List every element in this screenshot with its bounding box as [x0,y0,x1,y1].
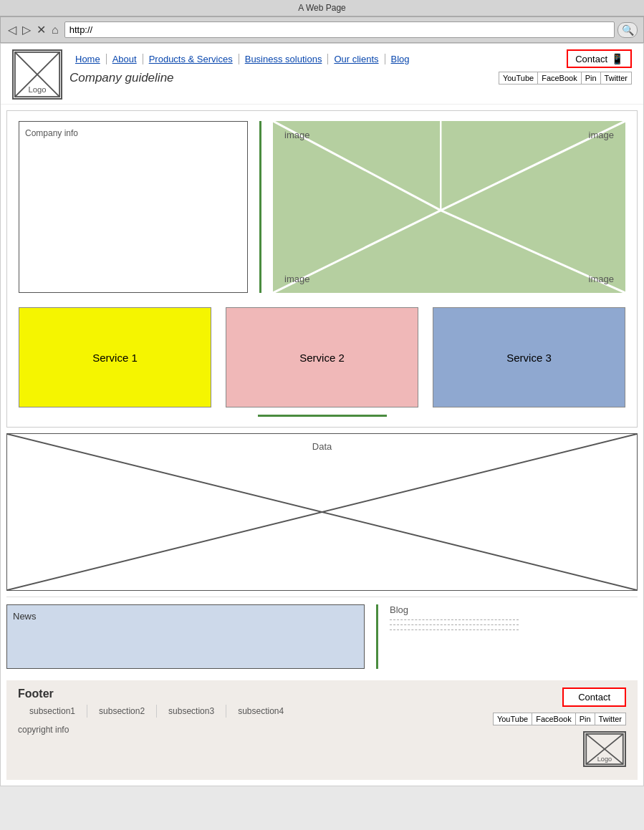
blog-line-2 [390,624,519,625]
svg-text:Logo: Logo [28,85,46,94]
social-youtube[interactable]: YouTube [499,72,538,84]
nav-about[interactable]: About [107,54,143,64]
image-label-tr: image [589,130,614,140]
footer: Footer subsection1 subsection2 subsectio… [6,680,638,780]
nav-contact-row: Home About Products & Services Business … [69,49,632,68]
bottom-top: News Blog [6,604,638,669]
service-underline [258,415,387,417]
main-nav: Home About Products & Services Business … [69,54,415,64]
footer-sub-3[interactable]: subsection3 [157,705,226,718]
webpage: Logo Home About Products & Services Busi… [0,43,644,786]
image-grid: image image image image [273,121,625,293]
services-section: Service 1 Service 2 Service 3 [19,307,625,407]
company-info-box: Company info [19,121,248,293]
footer-sub-1[interactable]: subsection1 [18,705,87,718]
service-3-label: Service 3 [506,352,552,364]
footer-top: Footer subsection1 subsection2 subsectio… [18,687,626,767]
page-header: Logo Home About Products & Services Busi… [1,44,643,105]
social-bar: YouTube FaceBook Pin Twitter [499,72,632,85]
browser-controls: ◁ ▷ ✕ ⌂ 🔍 [0,16,644,43]
service-2-label: Service 2 [299,352,345,364]
browser-titlebar: A Web Page A Web Page [0,0,644,16]
home-button[interactable]: ⌂ [50,24,60,37]
nav-products[interactable]: Products & Services [143,54,239,64]
bottom-section: News Blog [6,597,638,669]
news-label: News [13,611,358,622]
address-bar[interactable] [64,21,615,38]
footer-social-youtube[interactable]: YouTube [494,713,532,725]
browser-title: A Web Page [298,3,346,13]
footer-title: Footer [18,687,295,700]
blog-section: Blog [390,604,638,669]
social-facebook[interactable]: FaceBook [538,72,582,84]
footer-right: Contact YouTube FaceBook Pin Twitter Log… [493,687,626,767]
data-section: Data [6,433,638,591]
image-label-bl: image [284,274,309,284]
footer-social-twitter[interactable]: Twitter [595,713,625,725]
logo: Logo [12,49,62,100]
footer-social-facebook[interactable]: FaceBook [532,713,576,725]
service-1-box[interactable]: Service 1 [19,307,211,407]
footer-social-bar: YouTube FaceBook Pin Twitter [493,713,626,725]
service-2-box[interactable]: Service 2 [226,307,418,407]
company-info-label: Company info [25,128,78,138]
image-label-tl: image [284,130,309,140]
nav-right: Contact 📱 [567,49,632,68]
footer-left: Footer subsection1 subsection2 subsectio… [18,687,295,738]
top-section: Company info image image image image [19,121,625,293]
footer-sub-2[interactable]: subsection2 [87,705,157,718]
phone-icon: 📱 [611,53,623,64]
header-right: Home About Products & Services Business … [69,49,632,85]
blog-title: Blog [390,604,638,615]
footer-contact-button[interactable]: Contact [562,687,626,707]
main-content: Company info image image image image [6,110,638,428]
svg-text:Logo: Logo [597,756,612,763]
news-box: News [6,604,365,669]
image-label-br: image [589,274,614,284]
back-button[interactable]: ◁ [6,23,18,37]
nav-clients[interactable]: Our clients [328,54,385,64]
footer-copyright: copyright info [18,722,295,738]
nav-business[interactable]: Business solutions [239,54,329,64]
social-twitter[interactable]: Twitter [601,72,631,84]
footer-subsections: subsection1 subsection2 subsection3 subs… [18,705,295,718]
divider-green-vertical [259,121,261,293]
contact-button[interactable]: Contact 📱 [567,49,632,68]
forward-button[interactable]: ▷ [21,23,32,37]
blog-line-3 [390,629,519,630]
nav-blog[interactable]: Blog [385,54,415,64]
close-button[interactable]: ✕ [35,23,47,37]
service-3-box[interactable]: Service 3 [433,307,625,407]
footer-sub-4[interactable]: subsection4 [226,705,295,718]
footer-logo: Logo [583,731,626,767]
social-pin[interactable]: Pin [582,72,601,84]
blog-line-1 [390,619,519,620]
company-guideline: Company guideline [69,71,174,85]
search-button[interactable]: 🔍 [617,22,638,38]
footer-social-pin[interactable]: Pin [576,713,595,725]
service-1-label: Service 1 [92,352,138,364]
blog-divider [376,604,378,669]
nav-home[interactable]: Home [69,54,107,64]
